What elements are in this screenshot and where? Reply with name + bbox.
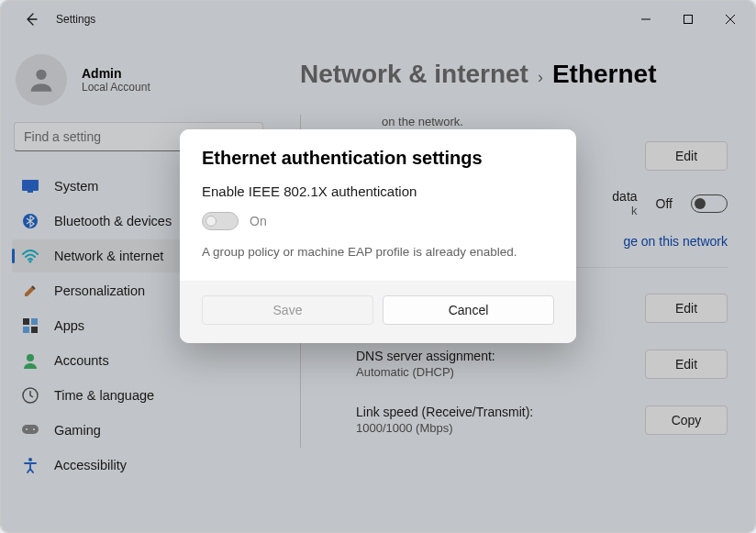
- cancel-button[interactable]: Cancel: [383, 295, 554, 325]
- toggle-label: On: [250, 214, 267, 228]
- dialog-subtitle: Enable IEEE 802.1X authentication: [202, 183, 554, 199]
- dialog-title: Ethernet authentication settings: [202, 148, 554, 169]
- ieee8021x-toggle: [202, 212, 239, 230]
- dialog-hint: A group policy or machine EAP profile is…: [202, 245, 554, 259]
- modal-overlay: Ethernet authentication settings Enable …: [1, 1, 755, 532]
- settings-window: Settings Adm: [1, 1, 755, 532]
- ethernet-auth-dialog: Ethernet authentication settings Enable …: [180, 129, 576, 343]
- save-button: Save: [202, 295, 373, 325]
